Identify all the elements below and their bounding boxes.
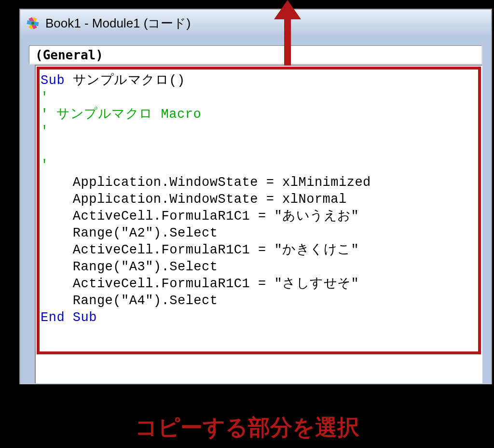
code-line: Range("A4").Select: [41, 294, 218, 308]
comment-line: ': [41, 124, 49, 139]
annotation-arrow-head: [274, 0, 301, 19]
annotation-caption: コピーする部分を選択: [0, 413, 494, 443]
keyword-sub: Sub: [41, 73, 65, 88]
svg-point-3: [31, 22, 34, 25]
comment-line: ': [41, 90, 49, 105]
code-line: ActiveCell.FormulaR1C1 = "さしすせそ": [41, 277, 359, 291]
module-icon: [25, 15, 41, 31]
object-selector-value: (General): [35, 48, 103, 62]
code-content: Sub サンプルマクロ() ' ' サンプルマクロ Macro ' ' Appl…: [41, 72, 477, 326]
comment-line: ': [41, 158, 49, 172]
code-line: ActiveCell.FormulaR1C1 = "かきくけこ": [41, 243, 359, 257]
comment-line: ' サンプルマクロ Macro: [41, 107, 201, 122]
code-line: Range("A3").Select: [41, 260, 218, 274]
object-selector-dropdown[interactable]: (General): [29, 45, 482, 65]
title-bar: Book1 - Module1 (コード): [20, 10, 491, 37]
code-editor[interactable]: Sub サンプルマクロ() ' ' サンプルマクロ Macro ' ' Appl…: [35, 65, 482, 383]
code-sub-name: サンプルマクロ(): [65, 73, 185, 88]
code-window: Book1 - Module1 (コード) (General) Sub サンプル…: [19, 9, 492, 384]
dropdown-bar: (General): [20, 37, 491, 65]
keyword-end-sub: End Sub: [41, 310, 97, 325]
code-line: Application.WindowState = xlNormal: [41, 192, 347, 207]
code-line: ActiveCell.FormulaR1C1 = "あいうえお": [41, 209, 359, 224]
code-line: Application.WindowState = xlMinimized: [41, 175, 371, 190]
window-title: Book1 - Module1 (コード): [45, 15, 191, 32]
annotation-arrow-stem: [284, 18, 291, 66]
code-line: Range("A2").Select: [41, 226, 218, 240]
